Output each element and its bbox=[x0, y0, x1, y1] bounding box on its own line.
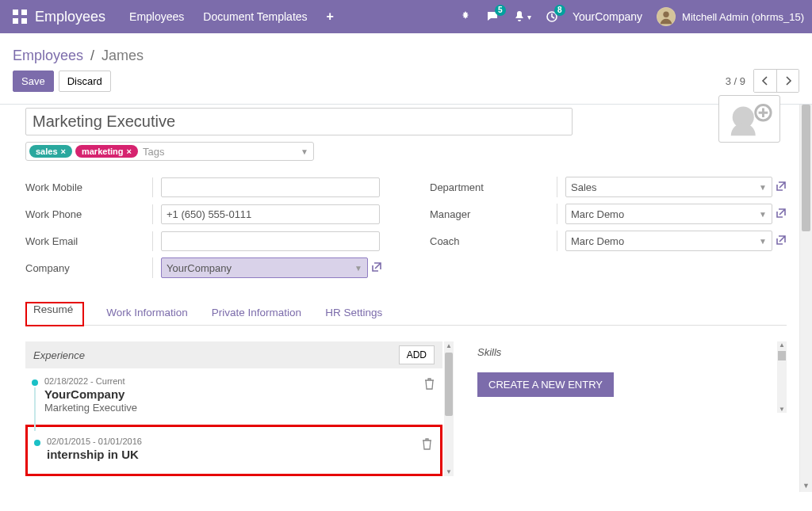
caret-down-icon: ▼ bbox=[301, 147, 308, 156]
breadcrumb-root[interactable]: Employees bbox=[13, 48, 83, 63]
discard-button[interactable]: Discard bbox=[59, 71, 111, 92]
tag-remove-icon[interactable]: × bbox=[61, 147, 66, 156]
label-manager: Manager bbox=[430, 208, 549, 220]
input-work-phone[interactable] bbox=[161, 204, 380, 224]
control-panel: Employees / James bbox=[0, 33, 812, 69]
label-company: Company bbox=[25, 262, 144, 274]
select-manager[interactable]: Marc Demo▼ bbox=[565, 204, 772, 224]
job-title-input[interactable] bbox=[25, 108, 573, 135]
entry-dates: 02/18/2022 - Current bbox=[44, 376, 435, 386]
entry-title: internship in UK bbox=[47, 448, 432, 461]
external-link-icon[interactable] bbox=[776, 235, 787, 248]
tags-field[interactable]: sales× marketing× Tags ▼ bbox=[25, 142, 314, 161]
tab-work-information[interactable]: Work Information bbox=[105, 302, 190, 325]
form-sheet-wrap: ▼ sales× marketing× Tags ▼ Work Mobile D… bbox=[0, 105, 812, 492]
trash-icon[interactable] bbox=[422, 438, 432, 452]
tag-remove-icon[interactable]: × bbox=[127, 147, 132, 156]
form-sheet: sales× marketing× Tags ▼ Work Mobile Dep… bbox=[0, 105, 812, 492]
caret-down-icon: ▼ bbox=[759, 183, 767, 192]
external-link-icon[interactable] bbox=[371, 261, 382, 275]
company-switcher[interactable]: YourCompany bbox=[573, 10, 642, 23]
nav-employees[interactable]: Employees bbox=[129, 10, 184, 23]
experience-entry[interactable]: 02/18/2022 - Current YourCompany Marketi… bbox=[25, 368, 442, 421]
timeline-dot-icon bbox=[34, 440, 40, 446]
pager-text: 3 / 9 bbox=[726, 75, 745, 87]
tabs-bar: Resumé Work Information Private Informat… bbox=[25, 302, 787, 326]
experience-scrollbar[interactable]: ▲▼ bbox=[444, 341, 454, 476]
svg-point-6 bbox=[663, 12, 668, 17]
label-work-email: Work Email bbox=[25, 235, 144, 247]
user-menu[interactable]: Mitchell Admin (ohrms_15) bbox=[657, 7, 804, 26]
skills-column: ▲▼ Skills CREATE A NEW ENTRY bbox=[477, 341, 787, 476]
pager-next[interactable] bbox=[776, 70, 799, 92]
bell-icon[interactable]: ▾ bbox=[513, 10, 531, 23]
create-skill-button[interactable]: CREATE A NEW ENTRY bbox=[477, 372, 614, 397]
select-department[interactable]: Sales▼ bbox=[565, 177, 772, 197]
label-work-phone: Work Phone bbox=[25, 208, 144, 220]
input-work-email[interactable] bbox=[161, 231, 380, 251]
pager-prev[interactable] bbox=[754, 70, 776, 92]
add-experience-button[interactable]: ADD bbox=[399, 345, 435, 364]
pager: 3 / 9 bbox=[726, 69, 799, 93]
highlight-resume-tab: Resumé bbox=[25, 302, 84, 326]
caret-down-icon: ▼ bbox=[759, 237, 767, 246]
tag-sales: sales× bbox=[29, 145, 72, 158]
experience-entry[interactable]: 02/01/2015 - 01/01/2016 internship in UK bbox=[28, 429, 440, 469]
employee-image-placeholder[interactable] bbox=[718, 95, 780, 143]
action-row: Save Discard 3 / 9 bbox=[0, 69, 812, 104]
breadcrumb: Employees / James bbox=[13, 48, 144, 64]
messages-icon[interactable]: 5 bbox=[486, 10, 499, 23]
experience-column: ▲▼ Experience ADD 02/18/2022 - Current Y… bbox=[25, 341, 454, 476]
tab-resume[interactable]: Resumé bbox=[32, 299, 75, 322]
caret-down-icon: ▼ bbox=[759, 210, 767, 219]
messages-badge: 5 bbox=[495, 5, 506, 16]
select-company[interactable]: YourCompany▼ bbox=[161, 257, 368, 278]
highlight-entry: 02/01/2015 - 01/01/2016 internship in UK bbox=[25, 425, 442, 476]
tags-placeholder: Tags bbox=[143, 146, 310, 158]
entry-title: YourCompany bbox=[44, 387, 435, 401]
breadcrumb-current: James bbox=[102, 48, 144, 63]
tab-hr-settings[interactable]: HR Settings bbox=[324, 302, 384, 325]
top-navbar: Employees Employees Document Templates +… bbox=[0, 0, 812, 33]
activities-badge: 8 bbox=[554, 5, 565, 16]
apps-icon[interactable] bbox=[13, 10, 27, 24]
svg-rect-1 bbox=[21, 10, 27, 15]
skills-heading: Skills bbox=[477, 341, 772, 372]
svg-rect-2 bbox=[13, 18, 18, 24]
timeline-dot-icon bbox=[32, 379, 38, 386]
app-brand[interactable]: Employees bbox=[35, 9, 105, 25]
input-work-mobile[interactable] bbox=[161, 177, 380, 197]
svg-rect-3 bbox=[21, 18, 27, 24]
caret-down-icon: ▼ bbox=[354, 264, 362, 273]
external-link-icon[interactable] bbox=[776, 208, 787, 221]
breadcrumb-sep: / bbox=[90, 48, 94, 63]
skills-scrollbar[interactable]: ▲▼ bbox=[777, 341, 787, 413]
external-link-icon[interactable] bbox=[776, 181, 787, 194]
entry-dates: 02/01/2015 - 01/01/2016 bbox=[47, 437, 432, 446]
nav-doc-templates[interactable]: Document Templates bbox=[203, 10, 307, 23]
label-work-mobile: Work Mobile bbox=[25, 181, 144, 193]
experience-header: Experience ADD bbox=[25, 341, 442, 368]
svg-rect-0 bbox=[13, 10, 18, 15]
label-department: Department bbox=[430, 181, 549, 193]
select-coach[interactable]: Marc Demo▼ bbox=[565, 231, 772, 251]
save-button[interactable]: Save bbox=[13, 71, 54, 92]
user-name: Mitchell Admin (ohrms_15) bbox=[682, 11, 804, 23]
tab-private-information[interactable]: Private Information bbox=[210, 302, 303, 325]
bug-icon[interactable] bbox=[459, 10, 472, 23]
avatar bbox=[657, 7, 676, 26]
trash-icon[interactable] bbox=[424, 378, 435, 392]
entry-subtitle: Marketing Executive bbox=[44, 402, 435, 414]
nav-plus-icon[interactable]: + bbox=[327, 10, 334, 24]
label-coach: Coach bbox=[430, 235, 549, 247]
activities-icon[interactable]: 8 bbox=[546, 10, 558, 23]
tag-marketing: marketing× bbox=[75, 145, 138, 158]
